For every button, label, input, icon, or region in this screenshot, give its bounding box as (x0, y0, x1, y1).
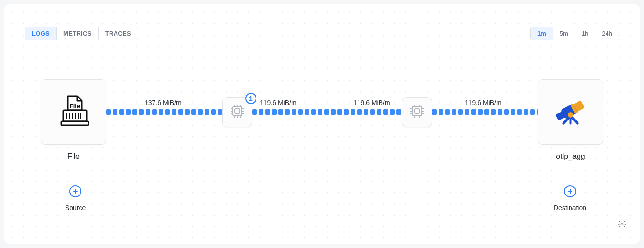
add-destination-button[interactable]: + Destination (554, 185, 586, 211)
add-destination-label: Destination (554, 204, 586, 211)
svg-point-45 (621, 223, 623, 225)
pipeline-panel: LOGS METRICS TRACES 1m 5m 1h 24h 137.6 M… (4, 4, 640, 244)
source-node[interactable]: File (41, 79, 106, 145)
svg-text:File: File (70, 103, 80, 110)
pipeline-graph: 137.6 MiB/m 119.6 MiB/m 119.6 MiB/m 119.… (4, 4, 640, 244)
plus-icon: + (69, 185, 81, 197)
settings-button[interactable] (617, 219, 627, 231)
flow-rate-4: 119.6 MiB/m (465, 99, 502, 106)
processor-icon (229, 103, 245, 121)
processor-node-1[interactable]: 1 (222, 97, 252, 127)
destination-node-label: otlp_agg (538, 152, 603, 161)
flow-segment-3 (432, 109, 539, 115)
telescope-icon (551, 94, 590, 130)
svg-rect-10 (235, 109, 240, 113)
processor-icon (409, 103, 425, 121)
source-node-label: File (41, 152, 106, 161)
processor-badge: 1 (245, 93, 256, 104)
add-source-button[interactable]: + Source (65, 185, 86, 211)
svg-rect-2 (61, 121, 88, 125)
flow-segment-1 (106, 109, 222, 115)
processor-node-2[interactable] (402, 97, 432, 127)
flow-rate-3: 119.6 MiB/m (353, 99, 390, 106)
svg-point-44 (568, 112, 573, 118)
svg-rect-23 (412, 106, 422, 116)
add-source-label: Source (65, 204, 86, 211)
svg-rect-24 (415, 109, 419, 113)
file-icon: File (57, 94, 90, 130)
plus-icon: + (564, 185, 576, 197)
destination-node[interactable] (538, 79, 603, 145)
flow-rate-1: 137.6 MiB/m (145, 99, 182, 106)
flow-segment-2 (252, 109, 402, 115)
gear-icon (617, 222, 627, 230)
svg-rect-9 (233, 106, 242, 116)
flow-rate-2: 119.6 MiB/m (260, 99, 297, 106)
